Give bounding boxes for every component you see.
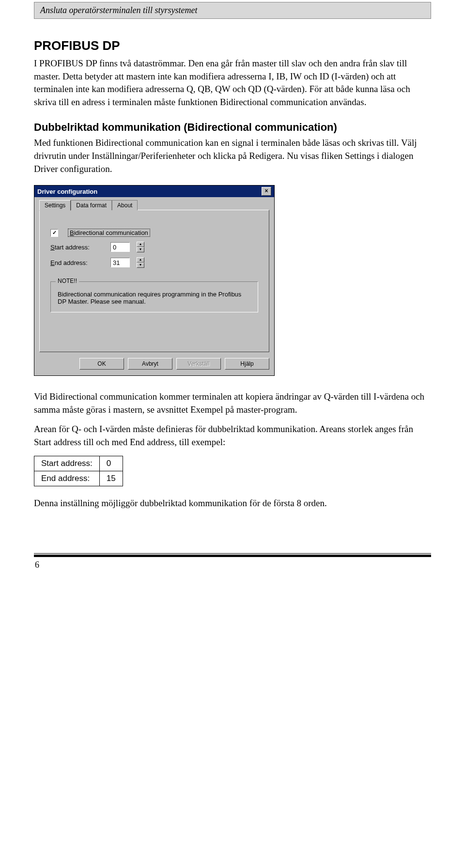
section-title: PROFIBUS DP [34, 38, 431, 53]
note-text: Bidirectional communication requires pro… [58, 291, 251, 305]
dialog-title-text: Driver configuration [37, 188, 97, 195]
cell-value: 15 [99, 471, 123, 486]
start-address-label: Start address: [50, 244, 104, 251]
bidirectional-checkbox[interactable]: ✓ [50, 229, 58, 237]
dialog-titlebar[interactable]: Driver configuration × [34, 186, 274, 197]
end-address-input[interactable]: 31 [110, 258, 130, 267]
driver-config-dialog: Driver configuration × Settings Data for… [34, 185, 275, 376]
chevron-up-icon[interactable]: ▲ [137, 257, 144, 263]
paragraph-4: Arean för Q- och I-värden måste definier… [34, 423, 431, 449]
ok-button[interactable]: OK [79, 358, 124, 370]
tab-panel-settings: ✓ Bidirectional communication Start addr… [39, 210, 269, 352]
address-table: Start address: 0 End address: 15 [34, 456, 123, 486]
chevron-down-icon[interactable]: ▼ [137, 263, 144, 268]
tab-data-format[interactable]: Data format [71, 200, 112, 210]
tab-settings[interactable]: Settings [39, 200, 71, 211]
cell-label: Start address: [34, 456, 100, 471]
paragraph-5: Denna inställning möjliggör dubbelriktad… [34, 497, 431, 510]
page-header: Ansluta operatörsterminalen till styrsys… [34, 2, 431, 19]
page-number: 6 [34, 560, 431, 570]
footer-rule-thick [34, 555, 431, 557]
paragraph-2: Med funktionen Bidirectional communicati… [34, 137, 431, 175]
help-button[interactable]: Hjälp [225, 358, 269, 370]
footer-rule-thin [34, 553, 431, 554]
cell-value: 0 [99, 456, 123, 471]
chevron-down-icon[interactable]: ▼ [137, 247, 144, 252]
chevron-up-icon[interactable]: ▲ [137, 242, 144, 247]
tab-strip: Settings Data format About [39, 200, 269, 210]
start-address-input[interactable]: 0 [110, 242, 130, 252]
subsection-title: Dubbelriktad kommunikation (Bidirectiona… [34, 121, 431, 134]
table-row: End address: 15 [34, 471, 123, 486]
table-row: Start address: 0 [34, 456, 123, 471]
cell-label: End address: [34, 471, 100, 486]
apply-button[interactable]: Verkställ [176, 358, 221, 370]
paragraph-3: Vid Bidirectional communication kommer t… [34, 390, 431, 416]
note-title: NOTE!! [56, 278, 79, 284]
bidirectional-label: Bidirectional communication [68, 229, 150, 237]
close-icon[interactable]: × [262, 187, 271, 196]
end-address-label: End address: [50, 259, 104, 266]
note-group: NOTE!! Bidirectional communication requi… [50, 281, 258, 312]
cancel-button[interactable]: Avbryt [128, 358, 172, 370]
paragraph-1: I PROFIBUS DP finns två dataströmmar. De… [34, 57, 431, 108]
tab-about[interactable]: About [112, 200, 138, 210]
